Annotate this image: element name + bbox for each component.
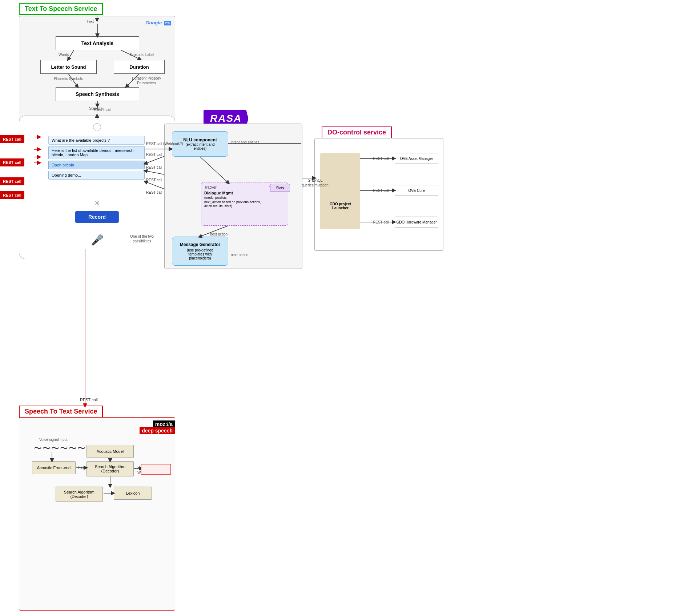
tablet-chat-a: Here is the list of available demos : ai… (48, 146, 145, 159)
rasa-rest-webhook-label: REST call (Webhook?) (146, 142, 183, 146)
do-rest-call-3: REST call (373, 220, 389, 224)
one-of-two-label: One of the twopossibilities (130, 234, 154, 243)
rest-tag-2: REST call (0, 158, 24, 166)
tablet-chat-q: What are the available projects ? (48, 136, 145, 145)
diagram-container: Text To Speech Service Google tts Text T… (0, 0, 684, 616)
ove-core-box: OVE Core (395, 185, 438, 196)
message-gen-box: Message Generator (use pre-definedtempla… (172, 237, 228, 266)
tts-title-text: Text To Speech Service (25, 5, 97, 12)
tts-text-analysis-box: Text Analysis (56, 36, 139, 50)
tts-prosodic-label: Prosodic Label (130, 53, 154, 57)
svg-line-13 (200, 157, 228, 183)
next-action-label-2: next action (231, 253, 248, 257)
rest-call-down-label: REST call (94, 107, 112, 112)
stt-outer-box: moz://a deep speech Voice signal input 〜… (19, 417, 175, 611)
intent-entities-label: intent and entities (231, 140, 259, 144)
do-rest-call-2: REST call (373, 189, 389, 193)
stt-wave: 〜〜〜〜〜〜 (34, 443, 86, 454)
tts-duration-params-label: Duration/ ProsodyParameters (132, 76, 161, 85)
stt-hypothesized-label: HypothesizedWord/Phoneme (137, 466, 162, 475)
tts-speech-synth-box: Speech Synthesis (56, 87, 139, 101)
tts-title: Text To Speech Service (19, 3, 103, 15)
tag-row-4: REST call (0, 189, 24, 201)
graphql-label: GraphQLqueries/mutation (302, 178, 329, 188)
stt-search-algo2: Search Algorithm(Decoder) (56, 487, 103, 502)
rasa-rest5-label: REST call (146, 190, 162, 194)
deep-speech-logo: deep speech (140, 427, 175, 434)
mozilla-logo: moz://a (153, 420, 175, 428)
next-action-label-1: next action (210, 232, 228, 236)
tablet-chat-area: What are the available projects ? Here i… (48, 136, 145, 180)
stt-voice-label: Voice signal input (39, 438, 68, 442)
rasa-rest4-label: REST call (146, 178, 162, 182)
gdo-hardware-box: GDO Hardware Manager (395, 217, 438, 228)
dialogue-sub: (model predictsnext_action based on prev… (204, 196, 285, 209)
svg-line-1 (68, 50, 74, 59)
rasa-outer-box: NLU component (extract intent andentitie… (164, 124, 302, 269)
tag-row-2: REST call (0, 156, 24, 169)
tablet-chat-link: Open bitcoin (48, 161, 145, 169)
slots-box: Slots (270, 184, 290, 192)
tablet-chat-opening: Opening demo... (48, 171, 145, 180)
rest-tag-3: REST call (0, 177, 24, 185)
tablet-spinner: ✳ (94, 199, 100, 208)
google-tts-logo: Google tts (145, 20, 171, 25)
rest-tag-4: REST call (0, 191, 24, 199)
stt-lexicon: Lexicon (114, 487, 152, 500)
tablet-rest-tags: REST call REST call REST call REST call (0, 133, 24, 201)
rest-tag-1: REST call (0, 135, 24, 143)
stt-acoustic-model: Acoustic Model (86, 445, 134, 458)
gdo-launcher-label: GDO project Launcher (321, 202, 359, 210)
tts-phonetic-label: Phonetic Symbols (54, 77, 83, 81)
do-title-box: DO-control service (322, 126, 392, 138)
message-gen-title: Message Generator (180, 242, 220, 247)
message-gen-sub: (use pre-definedtemplates withplaceholde… (187, 248, 213, 260)
tts-lts-box: Letter to Sound (40, 60, 97, 74)
tablet-mic-icon: 🎤 (91, 234, 104, 246)
tablet-box: What are the available projects ? Here i… (19, 116, 175, 259)
stt-acoustic-frontend: Acoustic Front-end (32, 461, 76, 474)
ove-asset-box: OVE Asset Manager (395, 153, 438, 164)
gdo-launcher-box (320, 153, 360, 229)
do-outer-box: GDO project Launcher REST call REST call… (314, 138, 443, 251)
stt-rest-call-label: REST call (80, 398, 98, 402)
rasa-rest2-label: REST call (146, 153, 162, 157)
rasa-rest3-label: REST call (146, 165, 162, 169)
nlu-title: NLU component (183, 137, 217, 142)
do-rest-call-1: REST call (373, 157, 389, 161)
stt-title-box: Speech To Text Service (19, 406, 103, 418)
tts-text-label: Text (86, 19, 94, 24)
tablet-circle (93, 123, 101, 131)
tag-row-1: REST call (0, 133, 24, 145)
tts-outer-box: Google tts Text Text Analysis Words Pros… (19, 16, 175, 120)
tablet-record-button[interactable]: Record (75, 211, 119, 223)
tts-words-label: Words (59, 53, 69, 57)
nlu-sub: (extract intent andentities) (185, 142, 214, 150)
stt-search-algo1: Search Algorithm(Decoder) (86, 461, 134, 476)
tts-duration-box: Duration (114, 60, 165, 74)
tag-row-3: REST call (0, 175, 24, 188)
